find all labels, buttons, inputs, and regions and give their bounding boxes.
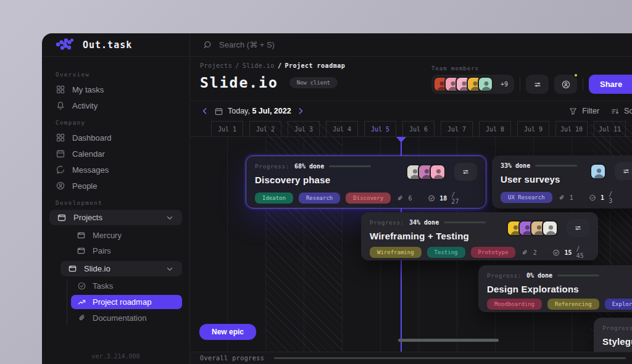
section-overview: Overview bbox=[56, 72, 182, 78]
chevron-right-icon bbox=[296, 106, 306, 116]
day-cell[interactable]: Jul 4 bbox=[326, 121, 358, 137]
tag[interactable]: UX Research bbox=[501, 192, 552, 203]
check-circle-icon bbox=[77, 281, 86, 291]
sort-icon bbox=[610, 107, 620, 116]
sidebar-item-documentation[interactable]: Documentation bbox=[71, 311, 182, 325]
epic-card-wireframing-testing[interactable]: Progress: 34% done Wireframing + Testing… bbox=[361, 212, 598, 260]
share-button[interactable]: Share bbox=[589, 75, 632, 94]
day-cell[interactable]: Jul 6 bbox=[402, 121, 434, 137]
epic-card-design-explorations[interactable]: Progress: 0% done Design Explorations Mo… bbox=[478, 265, 632, 312]
epic-card-discovery-phase[interactable]: Progress: 68% done Discovery phase Ideat… bbox=[246, 155, 486, 209]
day-cell[interactable]: Jul 8 bbox=[479, 121, 511, 137]
sidebar-item-label: Documentation bbox=[93, 313, 146, 323]
person-circle-icon bbox=[56, 181, 65, 191]
window-icon bbox=[57, 213, 67, 223]
sidebar-item-activity[interactable]: Activity bbox=[49, 97, 182, 114]
day-cell[interactable]: Jul 2 bbox=[249, 121, 281, 137]
team-avatar-group[interactable]: +9 bbox=[431, 75, 514, 94]
day-cell[interactable]: Jul 10 bbox=[555, 121, 588, 137]
sidebar-item-mercury[interactable]: Mercury bbox=[49, 228, 182, 243]
tag[interactable]: Wireframing bbox=[370, 247, 422, 258]
sidebar-item-people[interactable]: People bbox=[49, 178, 182, 194]
grid-icon bbox=[56, 85, 65, 94]
day-cell-today[interactable]: Jul 5 bbox=[364, 121, 396, 137]
tag[interactable]: Moodboarding bbox=[487, 299, 542, 310]
breadcrumb-slideio[interactable]: Slide.io bbox=[243, 62, 275, 69]
tag[interactable]: Research bbox=[299, 192, 340, 204]
sidebar-item-label: Calendar bbox=[72, 149, 105, 159]
epic-card-styleguide[interactable]: Progress: Styleguide bbox=[594, 318, 632, 352]
day-cell[interactable]: Jul 11 bbox=[594, 121, 626, 137]
card-avatar-group bbox=[590, 163, 609, 180]
day-cell[interactable]: Jul 7 bbox=[441, 121, 473, 137]
prev-day-button[interactable] bbox=[200, 106, 210, 116]
sliders-icon bbox=[622, 167, 631, 176]
search-icon bbox=[202, 40, 212, 50]
sort-button[interactable]: Sort bbox=[610, 107, 632, 116]
progress-label: Progress: bbox=[487, 272, 522, 279]
card-title: Discovery phase bbox=[255, 175, 399, 185]
sidebar-item-dashboard[interactable]: Dashboard bbox=[49, 130, 182, 146]
roadmap-icon bbox=[77, 297, 86, 307]
sidebar-item-label: My tasks bbox=[72, 85, 104, 94]
card-title: Wireframing + Testing bbox=[370, 231, 499, 241]
breadcrumb-current: Project roadmap bbox=[285, 62, 345, 69]
sidebar-item-label: People bbox=[72, 181, 97, 191]
tag[interactable]: Referencing bbox=[547, 299, 599, 310]
tag[interactable]: Discovery bbox=[346, 192, 391, 204]
progress-value: 33% done bbox=[501, 162, 530, 169]
sidebar-item-label: Dashboard bbox=[72, 133, 112, 143]
breadcrumb-projects[interactable]: Projects bbox=[200, 62, 232, 69]
view-options-button[interactable] bbox=[526, 75, 549, 94]
tag[interactable]: Explorations bbox=[605, 299, 632, 310]
sidebar-item-tasks[interactable]: Tasks bbox=[71, 279, 182, 293]
main-panel: Search (⌘ + S) Projects/Slide.io/Project… bbox=[190, 33, 632, 364]
next-day-button[interactable] bbox=[296, 106, 306, 116]
horizontal-scrollbar[interactable] bbox=[398, 339, 499, 342]
sidebar-item-projects[interactable]: Projects bbox=[49, 210, 182, 225]
filter-button[interactable]: Filter bbox=[568, 107, 599, 116]
progress-value: 68% done bbox=[294, 163, 324, 170]
sidebar-item-label: Projects bbox=[73, 213, 158, 222]
sidebar-item-calendar[interactable]: Calendar bbox=[49, 146, 182, 162]
overall-progress-bar: Overall progress bbox=[190, 352, 632, 364]
day-cell[interactable]: Jul 9 bbox=[517, 121, 549, 137]
members-button[interactable] bbox=[554, 75, 577, 94]
app-version: ver.3.214.000 bbox=[42, 353, 189, 360]
tag[interactable]: Ideaton bbox=[255, 192, 293, 204]
date-toolbar: Today, 5 Jul, 2022 Filter Sort bbox=[190, 101, 632, 121]
chevron-down-icon bbox=[165, 213, 175, 223]
day-cell[interactable]: Jul 3 bbox=[288, 121, 320, 137]
card-options-button[interactable] bbox=[615, 162, 632, 180]
sidebar-item-label: Pairs bbox=[93, 246, 111, 255]
avatar bbox=[542, 220, 558, 236]
sidebar-item-messages[interactable]: Messages bbox=[49, 162, 182, 178]
window-icon bbox=[77, 231, 86, 240]
chevron-down-icon bbox=[165, 264, 175, 274]
sidebar-item-label: Slide.io bbox=[84, 264, 158, 273]
sidebar-item-slideio[interactable]: Slide.io bbox=[60, 261, 182, 276]
progress-bar bbox=[444, 221, 486, 223]
day-cell[interactable]: Jul 1 bbox=[211, 121, 243, 137]
new-epic-button[interactable]: New epic bbox=[199, 324, 256, 340]
card-title: User surveys bbox=[501, 174, 583, 184]
epic-card-user-surveys[interactable]: 33% done User surveys UX Research 1 1 / … bbox=[492, 155, 632, 209]
sliders-icon bbox=[533, 80, 543, 89]
sliders-icon bbox=[461, 167, 470, 176]
sidebar-item-project-roadmap[interactable]: Project roadmap bbox=[71, 295, 182, 309]
page-title: Slide.io bbox=[200, 75, 278, 91]
progress-label: Progress: bbox=[602, 325, 632, 331]
logo-row: Out.task bbox=[42, 33, 189, 57]
avatar bbox=[590, 163, 606, 180]
sidebar-item-my-tasks[interactable]: My tasks bbox=[49, 81, 182, 97]
slideio-children: Tasks Project roadmap Documentation bbox=[67, 279, 182, 325]
search-bar[interactable]: Search (⌘ + S) bbox=[190, 33, 632, 57]
sidebar-item-pairs[interactable]: Pairs bbox=[49, 243, 182, 259]
sliders-icon bbox=[573, 223, 583, 233]
card-options-button[interactable] bbox=[454, 163, 477, 181]
card-title: Design Explorations bbox=[487, 284, 632, 294]
card-options-button[interactable] bbox=[567, 219, 589, 237]
progress-value: 0% done bbox=[526, 272, 552, 279]
avatar bbox=[430, 164, 446, 180]
tag[interactable]: Testing bbox=[427, 247, 465, 258]
